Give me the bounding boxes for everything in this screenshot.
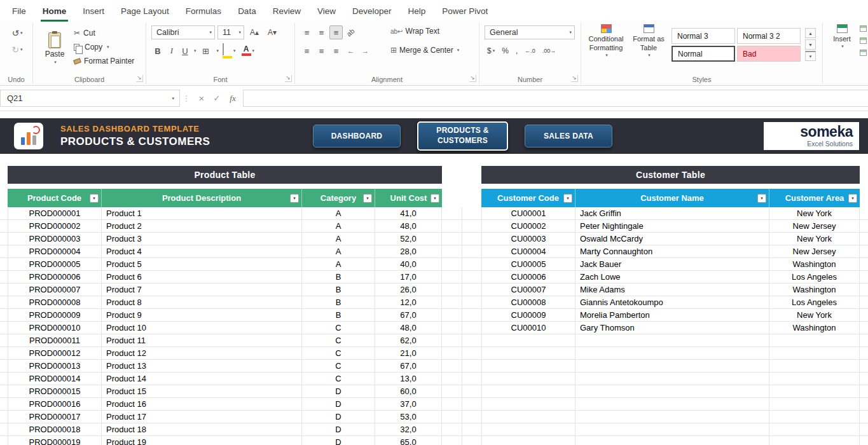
unit-cost-cell[interactable]: 13,0 bbox=[375, 373, 442, 385]
unit-cost-cell[interactable]: 65,0 bbox=[375, 436, 442, 445]
nav-sales-data-button[interactable]: SALES DATA bbox=[525, 125, 612, 147]
customer-name-cell[interactable]: Giannis Antetokoumpo bbox=[575, 296, 769, 309]
tab-page-layout[interactable]: Page Layout bbox=[113, 0, 177, 22]
style-normal-3-2[interactable]: Normal 3 2 bbox=[737, 28, 801, 44]
product-code-cell[interactable]: PROD000013 bbox=[8, 360, 102, 373]
customer-area-cell[interactable] bbox=[769, 385, 860, 398]
customer-area-cell[interactable]: New Jersey bbox=[769, 220, 860, 233]
align-bottom-button[interactable]: ≡ bbox=[329, 25, 343, 39]
customer-code-cell[interactable]: CU00006 bbox=[481, 271, 575, 284]
confirm-entry-button[interactable]: ✓ bbox=[210, 90, 224, 107]
product-code-cell[interactable]: PROD000003 bbox=[8, 233, 102, 245]
product-description-cell[interactable]: Product 4 bbox=[102, 245, 302, 258]
unit-cost-cell[interactable]: 52,0 bbox=[375, 233, 442, 245]
customer-name-cell[interactable]: Jack Bauer bbox=[575, 258, 769, 271]
filter-button[interactable]: ▾ bbox=[90, 194, 99, 203]
customer-area-cell[interactable]: Los Angeles bbox=[769, 296, 860, 309]
category-cell[interactable]: D bbox=[302, 398, 375, 411]
customer-area-cell[interactable]: Washington bbox=[769, 258, 860, 271]
product-description-cell[interactable]: Product 5 bbox=[102, 258, 302, 271]
customer-name-cell[interactable] bbox=[575, 360, 769, 373]
filter-button[interactable]: ▾ bbox=[431, 194, 439, 203]
unit-cost-cell[interactable]: 48,0 bbox=[375, 322, 442, 334]
product-description-cell[interactable]: Product 16 bbox=[102, 398, 302, 411]
gallery-more-button[interactable]: ▾ bbox=[805, 51, 816, 61]
name-box[interactable]: Q21 ▾ bbox=[0, 90, 180, 107]
customer-area-cell[interactable] bbox=[769, 423, 860, 436]
borders-button[interactable]: ⊞ bbox=[198, 44, 214, 58]
customer-code-cell[interactable] bbox=[481, 436, 575, 445]
unit-cost-cell[interactable]: 26,0 bbox=[375, 284, 442, 296]
unit-cost-cell[interactable]: 37,0 bbox=[375, 398, 442, 411]
product-code-cell[interactable]: PROD000012 bbox=[8, 347, 102, 360]
customer-code-cell[interactable] bbox=[481, 347, 575, 360]
customer-area-cell[interactable]: Washington bbox=[769, 322, 860, 334]
customer-area-cell[interactable] bbox=[769, 398, 860, 411]
comma-style-button[interactable]: , bbox=[513, 44, 520, 58]
format-painter-button[interactable]: Format Painter bbox=[74, 54, 134, 68]
unit-cost-cell[interactable]: 12,0 bbox=[375, 296, 442, 309]
unit-cost-cell[interactable]: 17,0 bbox=[375, 271, 442, 284]
customer-area-cell[interactable]: New York bbox=[769, 207, 860, 220]
product-description-cell[interactable]: Product 12 bbox=[102, 347, 302, 360]
cut-button[interactable]: ✂Cut bbox=[74, 26, 134, 40]
product-description-cell[interactable]: Product 15 bbox=[102, 385, 302, 398]
style-normal-3[interactable]: Normal 3 bbox=[672, 28, 735, 44]
unit-cost-cell[interactable]: 62,0 bbox=[375, 334, 442, 347]
formula-input[interactable] bbox=[243, 90, 868, 107]
customer-area-cell[interactable] bbox=[769, 373, 860, 385]
customer-code-cell[interactable] bbox=[481, 334, 575, 347]
customer-name-cell[interactable]: Jack Griffin bbox=[575, 207, 769, 220]
gallery-down-button[interactable]: ▼ bbox=[805, 39, 816, 50]
customer-code-cell[interactable]: CU00003 bbox=[481, 233, 575, 245]
category-cell[interactable]: A bbox=[302, 245, 375, 258]
customer-code-cell[interactable]: CU00008 bbox=[481, 296, 575, 309]
delete-mini-icon[interactable] bbox=[860, 38, 867, 44]
tab-data[interactable]: Data bbox=[230, 0, 265, 22]
decrease-indent-button[interactable]: ← bbox=[344, 44, 357, 58]
product-description-cell[interactable]: Product 17 bbox=[102, 411, 302, 423]
product-description-cell[interactable]: Product 6 bbox=[102, 271, 302, 284]
paste-button[interactable]: Paste ▾ bbox=[39, 24, 70, 72]
tab-help[interactable]: Help bbox=[400, 0, 434, 22]
product-code-cell[interactable]: PROD000010 bbox=[8, 322, 102, 334]
product-description-cell[interactable]: Product 19 bbox=[102, 436, 302, 445]
customer-name-cell[interactable] bbox=[575, 385, 769, 398]
underline-button[interactable]: U bbox=[179, 44, 191, 58]
customer-area-cell[interactable] bbox=[769, 360, 860, 373]
unit-cost-cell[interactable]: 41,0 bbox=[375, 207, 442, 220]
customer-code-cell[interactable]: CU00007 bbox=[481, 284, 575, 296]
product-description-cell[interactable]: Product 13 bbox=[102, 360, 302, 373]
customer-code-cell[interactable]: CU00004 bbox=[481, 245, 575, 258]
unit-cost-cell[interactable]: 60,0 bbox=[375, 385, 442, 398]
unit-cost-cell[interactable]: 48,0 bbox=[375, 220, 442, 233]
customer-name-cell[interactable] bbox=[575, 436, 769, 445]
customer-code-cell[interactable]: CU00010 bbox=[481, 322, 575, 334]
tab-insert[interactable]: Insert bbox=[74, 0, 113, 22]
style-normal[interactable]: Normal bbox=[672, 46, 735, 62]
wrap-text-button[interactable]: ab↩ Wrap Text bbox=[390, 27, 439, 36]
product-description-cell[interactable]: Product 8 bbox=[102, 296, 302, 309]
customer-code-cell[interactable] bbox=[481, 360, 575, 373]
insert-function-button[interactable]: fx bbox=[225, 90, 240, 107]
product-code-cell[interactable]: PROD000018 bbox=[8, 423, 102, 436]
tab-formulas[interactable]: Formulas bbox=[177, 0, 230, 22]
category-cell[interactable]: C bbox=[302, 373, 375, 385]
filter-button[interactable]: ▾ bbox=[757, 194, 766, 203]
increase-indent-button[interactable]: → bbox=[359, 44, 372, 58]
orientation-button[interactable]: ab bbox=[344, 25, 357, 39]
product-description-cell[interactable]: Product 10 bbox=[102, 322, 302, 334]
customer-name-cell[interactable]: Gary Thomson bbox=[575, 322, 769, 334]
product-description-cell[interactable]: Product 7 bbox=[102, 284, 302, 296]
redo-button[interactable]: ↻▾ bbox=[8, 43, 27, 56]
customer-name-cell[interactable] bbox=[575, 411, 769, 423]
customer-name-cell[interactable]: Oswald McCardy bbox=[575, 233, 769, 245]
format-mini-icon[interactable] bbox=[860, 50, 867, 56]
product-description-cell[interactable]: Product 18 bbox=[102, 423, 302, 436]
product-description-cell[interactable]: Product 14 bbox=[102, 373, 302, 385]
nav-dashboard-button[interactable]: DASHBOARD bbox=[313, 125, 401, 147]
product-code-cell[interactable]: PROD000017 bbox=[8, 411, 102, 423]
customer-code-cell[interactable]: CU00009 bbox=[481, 309, 575, 322]
product-description-cell[interactable]: Product 1 bbox=[102, 207, 302, 220]
font-size-select[interactable]: 11▾ bbox=[217, 25, 244, 39]
